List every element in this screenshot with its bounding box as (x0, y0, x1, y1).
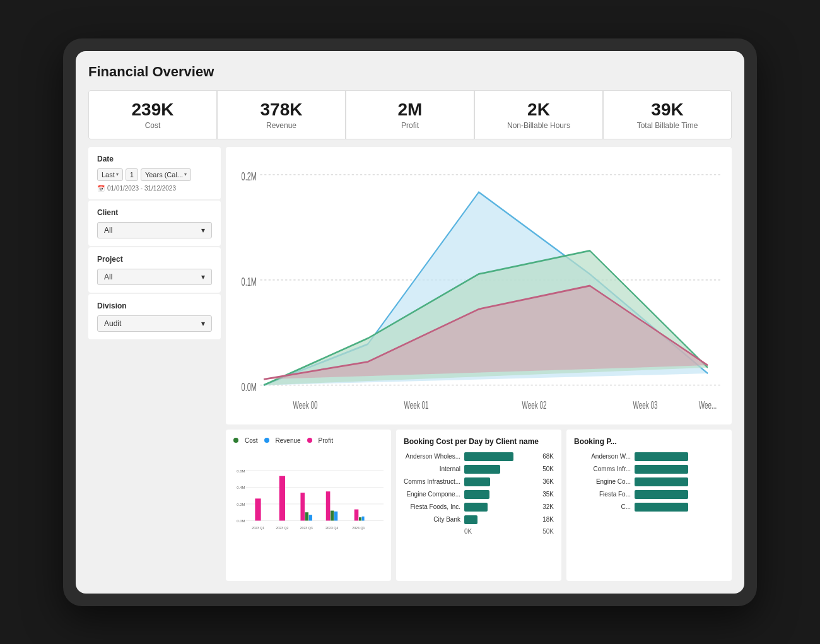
svg-rect-21 (279, 476, 285, 520)
kpi-row: 239K Cost 378K Revenue 2M Profit 2K Non-… (88, 90, 732, 139)
hbar-label: C... (574, 503, 631, 510)
svg-rect-23 (300, 493, 305, 520)
project-filter-label: Project (97, 255, 212, 264)
last-select[interactable]: Last ▾ (97, 168, 123, 181)
project-filter: Project All ▾ (88, 247, 221, 293)
division-filter-label: Division (97, 302, 212, 310)
svg-text:Week 00: Week 00 (293, 399, 318, 411)
svg-rect-24 (305, 512, 308, 520)
hbar-row: Internal50K (404, 465, 554, 474)
hbar-row: Comms Infr... (574, 465, 724, 474)
hbar-bar-container (635, 477, 724, 486)
hbar-chart: Anderson Wholes...68KInternal50KComms In… (404, 452, 554, 524)
hbar-bar (635, 503, 688, 512)
svg-text:0.2M: 0.2M (242, 170, 257, 183)
hbar-bar-container (635, 503, 724, 512)
booking-profit-title: Booking P... (574, 437, 724, 446)
svg-text:Wee...: Wee... (699, 399, 717, 411)
kpi-billable-time: 39K Total Billable Time (604, 91, 731, 139)
hbar-bar (464, 452, 513, 461)
booking-cost-chart: Booking Cost per Day by Client name Ande… (396, 430, 561, 581)
hbar-bar (635, 465, 688, 474)
hbar-bar-container (464, 477, 536, 486)
period-select[interactable]: Years (Cal... ▾ (141, 168, 191, 181)
kpi-cost-label: Cost (145, 121, 161, 130)
kpi-profit-value: 2M (398, 100, 423, 120)
division-filter: Division Audit ▾ (88, 294, 221, 339)
revenue-legend-label: Revenue (276, 437, 301, 444)
kpi-revenue: 378K Revenue (218, 91, 345, 139)
kpi-profit-label: Profit (401, 121, 419, 130)
hbar-label: Comms Infr... (574, 465, 631, 472)
hbar-axis-0k: 0K (464, 528, 472, 535)
hbar-row: Comms Infrastruct...36K (404, 477, 554, 486)
date-filter-label: Date (97, 155, 212, 163)
quarterly-bar-chart: Cost Revenue Profit 0.6M 0.4M 0.2M 0.0M (226, 430, 391, 581)
hbar-value: 36K (542, 478, 554, 485)
hbar-row: Engine Compone...35K (404, 490, 554, 499)
project-dropdown[interactable]: All ▾ (97, 269, 212, 285)
hbar-axis: 0K 50K (404, 528, 554, 535)
hbar-row: City Bank18K (404, 515, 554, 524)
hbar-value: 32K (542, 503, 554, 510)
page-title: Financial Overview (88, 64, 732, 80)
svg-rect-29 (334, 511, 337, 520)
client-dropdown[interactable]: All ▾ (97, 222, 212, 238)
svg-text:0.0M: 0.0M (237, 519, 245, 523)
hbar-label: Engine Co... (574, 478, 631, 485)
bottom-row: Cost Revenue Profit 0.6M 0.4M 0.2M 0.0M (226, 430, 732, 581)
hbar-bar (635, 490, 688, 499)
hbar-bar (464, 515, 477, 524)
svg-rect-28 (331, 510, 334, 520)
hbar-chart-2: Anderson W...Comms Infr...Engine Co...Fi… (574, 452, 724, 512)
svg-text:0.4M: 0.4M (237, 486, 245, 489)
area-chart: 0.2M 0.1M 0.0M W (226, 147, 732, 424)
hbar-value: 68K (542, 453, 554, 460)
hbar-label: Engine Compone... (404, 491, 460, 498)
svg-rect-25 (309, 515, 312, 520)
sidebar-filters: Date Last ▾ 1 Years (Cal... ▾ (88, 147, 221, 581)
hbar-bar (464, 503, 488, 512)
svg-text:2023 Q2: 2023 Q2 (276, 525, 288, 529)
svg-text:2024 Q1: 2024 Q1 (352, 525, 365, 529)
date-filter: Date Last ▾ 1 Years (Cal... ▾ (88, 147, 221, 199)
svg-rect-31 (354, 509, 359, 520)
kpi-non-billable-value: 2K (527, 100, 550, 120)
kpi-billable-time-label: Total Billable Time (637, 121, 698, 130)
client-filter: Client All ▾ (88, 201, 221, 246)
svg-rect-32 (359, 517, 361, 520)
kpi-non-billable: 2K Non-Billable Hours (475, 91, 602, 139)
svg-rect-27 (326, 491, 331, 520)
revenue-legend-dot (264, 438, 269, 443)
number-select[interactable]: 1 (126, 168, 138, 181)
hbar-value: 50K (542, 465, 554, 472)
svg-rect-19 (255, 498, 261, 520)
hbar-label: Fiesta Fo... (574, 491, 631, 498)
hbar-bar (635, 477, 688, 486)
client-filter-label: Client (97, 208, 212, 217)
division-dropdown[interactable]: Audit ▾ (97, 315, 212, 332)
kpi-billable-time-value: 39K (651, 100, 683, 120)
hbar-bar-container (464, 515, 536, 524)
hbar-label: Comms Infrastruct... (404, 478, 460, 485)
hbar-bar-container (635, 490, 724, 499)
svg-text:2023 Q3: 2023 Q3 (300, 525, 313, 529)
hbar-value: 18K (542, 516, 554, 523)
hbar-row: Anderson Wholes...68K (404, 452, 554, 461)
hbar-row: Engine Co... (574, 477, 724, 486)
hbar-row: Fiesta Foods, Inc.32K (404, 503, 554, 512)
hbar-bar (464, 465, 500, 474)
kpi-non-billable-label: Non-Billable Hours (507, 121, 570, 130)
svg-text:0.1M: 0.1M (242, 274, 257, 288)
hbar-bar-container (464, 503, 536, 512)
hbar-label: Internal (404, 465, 460, 472)
cost-legend-label: Cost (245, 437, 258, 444)
svg-text:Week 02: Week 02 (522, 399, 547, 411)
svg-text:0.6M: 0.6M (237, 469, 245, 472)
chart-area: 0.2M 0.1M 0.0M W (226, 147, 732, 581)
kpi-cost: 239K Cost (89, 91, 216, 139)
hbar-bar (635, 452, 688, 461)
svg-text:0.0M: 0.0M (242, 380, 257, 393)
kpi-cost-value: 239K (132, 100, 174, 120)
hbar-bar-container (635, 465, 724, 474)
